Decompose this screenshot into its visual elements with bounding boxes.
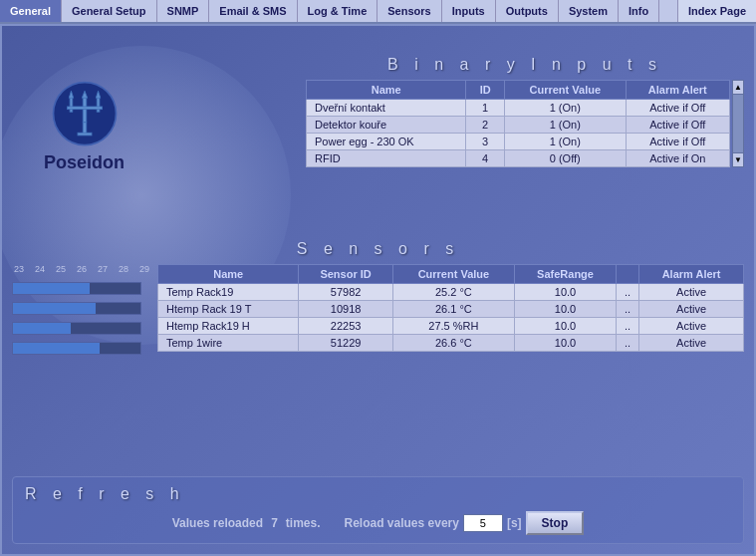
sensors-section: S e n s o r s 23242526272829 Name Sensor… bbox=[12, 240, 744, 359]
sensor-value: 26.6 °C bbox=[392, 335, 514, 352]
sensor-id: 57982 bbox=[299, 284, 392, 301]
bi-alarm: Active if Off bbox=[626, 134, 729, 150]
unit-label: [s] bbox=[507, 516, 522, 530]
sensor-id: 22253 bbox=[299, 318, 392, 335]
bottom-area: R e f r e s h Values reloaded 7 times. R… bbox=[12, 476, 744, 544]
gauge-bar-fill bbox=[13, 323, 71, 334]
bi-id: 1 bbox=[466, 100, 504, 117]
sensor-name: Htemp Rack19 H bbox=[158, 318, 299, 335]
binary-input-row: Dveřní kontakt 1 1 (On) Active if Off bbox=[307, 100, 730, 117]
interval-input[interactable] bbox=[463, 514, 503, 532]
sensor-value: 26.1 °C bbox=[392, 301, 514, 318]
bi-alarm: Active if On bbox=[626, 150, 729, 167]
binary-inputs-table-wrapper: Name ID Current Value Alarm Alert Dveřní… bbox=[306, 80, 744, 167]
bi-value: 1 (On) bbox=[504, 134, 626, 150]
scroll-up-arrow[interactable]: ▲ bbox=[733, 81, 743, 95]
tab-general[interactable]: General bbox=[0, 0, 62, 22]
bi-value: 1 (On) bbox=[504, 117, 626, 134]
gauge-number: 27 bbox=[98, 264, 108, 274]
col-id: ID bbox=[466, 81, 504, 100]
index-page-link[interactable]: Index Page bbox=[677, 0, 756, 22]
scroll-down-arrow[interactable]: ▼ bbox=[733, 152, 743, 166]
binary-input-row: Power egg - 230 OK 3 1 (On) Active if Of… bbox=[307, 134, 730, 150]
bi-id: 4 bbox=[466, 150, 504, 167]
tab-system[interactable]: System bbox=[559, 0, 619, 22]
gauge-number: 25 bbox=[56, 264, 66, 274]
bi-value: 0 (Off) bbox=[504, 150, 626, 167]
tab-log-time[interactable]: Log & Time bbox=[298, 0, 378, 22]
bi-id: 2 bbox=[466, 117, 504, 134]
gauge-bars bbox=[12, 279, 151, 359]
sensor-col-alarm: Alarm Alert bbox=[639, 265, 744, 284]
tab-inputs[interactable]: Inputs bbox=[442, 0, 496, 22]
tab-sensors[interactable]: Sensors bbox=[378, 0, 441, 22]
logo-area: Poseidon bbox=[12, 46, 156, 205]
sensor-row: Htemp Rack 19 T 10918 26.1 °C 10.0 .. Ac… bbox=[158, 301, 744, 318]
gauge-bar-container bbox=[12, 322, 141, 335]
bi-name: Detektor kouře bbox=[307, 117, 466, 134]
bi-value: 1 (On) bbox=[504, 100, 626, 117]
binary-table-scrollbar[interactable]: ▲ ▼ bbox=[732, 80, 744, 167]
sensors-table-area: Name Sensor ID Current Value SafeRange A… bbox=[157, 264, 744, 359]
sensors-table: Name Sensor ID Current Value SafeRange A… bbox=[157, 264, 744, 352]
bi-name: RFID bbox=[307, 150, 466, 167]
sensor-col-value: Current Value bbox=[392, 265, 514, 284]
gauge-numbers: 23242526272829 bbox=[12, 264, 151, 274]
bi-name: Power egg - 230 OK bbox=[307, 134, 466, 150]
gauge-bar-row bbox=[12, 319, 151, 337]
sensor-col-dots bbox=[617, 265, 639, 284]
sensors-layout: 23242526272829 Name Sensor ID Current Va… bbox=[12, 264, 744, 359]
sensor-safe-min: 10.0 bbox=[515, 335, 617, 352]
bi-alarm: Active if Off bbox=[626, 117, 729, 134]
binary-inputs-table: Name ID Current Value Alarm Alert Dveřní… bbox=[306, 80, 730, 167]
gauge-bar-fill bbox=[13, 303, 96, 314]
gauge-number: 28 bbox=[119, 264, 128, 274]
gauge-number: 24 bbox=[35, 264, 45, 274]
gauge-bar-container bbox=[12, 302, 141, 315]
tab-snmp[interactable]: SNMP bbox=[157, 0, 210, 22]
sensor-alarm: Active bbox=[639, 284, 744, 301]
svg-rect-7 bbox=[67, 107, 102, 110]
gauge-bar-fill bbox=[13, 283, 90, 294]
tab-general-setup[interactable]: General Setup bbox=[62, 0, 157, 22]
bi-alarm: Active if Off bbox=[626, 100, 729, 117]
bi-name: Dveřní kontakt bbox=[307, 100, 466, 117]
sensor-alarm: Active bbox=[639, 318, 744, 335]
sensor-safe-min: 10.0 bbox=[515, 318, 617, 335]
sensor-safe-min: 10.0 bbox=[515, 301, 617, 318]
sensor-id: 51229 bbox=[299, 335, 392, 352]
main-content: Poseidon B i n a r y I n p u t s Name ID… bbox=[0, 24, 756, 556]
tab-email-sms[interactable]: Email & SMS bbox=[209, 0, 297, 22]
refresh-title: R e f r e s h bbox=[25, 485, 731, 503]
gauge-bar-container bbox=[12, 282, 141, 295]
sensor-name: Htemp Rack 19 T bbox=[158, 301, 299, 318]
sensors-title: S e n s o r s bbox=[12, 240, 744, 258]
sensor-name: Temp 1wire bbox=[158, 335, 299, 352]
stop-button[interactable]: Stop bbox=[526, 511, 585, 535]
sensor-alarm: Active bbox=[639, 301, 744, 318]
times-label: times. bbox=[286, 516, 321, 530]
sensor-alarm: Active bbox=[639, 335, 744, 352]
tab-outputs[interactable]: Outputs bbox=[496, 0, 559, 22]
gauge-bar-row bbox=[12, 279, 151, 297]
logo-text: Poseidon bbox=[44, 152, 125, 173]
bi-id: 3 bbox=[466, 134, 504, 150]
col-current-value: Current Value bbox=[504, 81, 626, 100]
col-alarm-alert: Alarm Alert bbox=[626, 81, 729, 100]
reload-count: 7 bbox=[271, 516, 278, 530]
sensor-dots: .. bbox=[617, 284, 639, 301]
col-name: Name bbox=[307, 81, 466, 100]
sensor-dots: .. bbox=[617, 301, 639, 318]
gauge-bar-row bbox=[12, 299, 151, 317]
sensor-name: Temp Rack19 bbox=[158, 284, 299, 301]
gauge-area: 23242526272829 bbox=[12, 264, 151, 359]
sensor-row: Temp Rack19 57982 25.2 °C 10.0 .. Active bbox=[158, 284, 744, 301]
gauge-bar-container bbox=[12, 342, 141, 355]
gauge-number: 29 bbox=[139, 264, 149, 274]
binary-input-row: Detektor kouře 2 1 (On) Active if Off bbox=[307, 117, 730, 134]
sensor-row: Temp 1wire 51229 26.6 °C 10.0 .. Active bbox=[158, 335, 744, 352]
svg-rect-9 bbox=[78, 133, 92, 136]
refresh-panel: R e f r e s h Values reloaded 7 times. R… bbox=[12, 476, 744, 544]
tab-info[interactable]: Info bbox=[619, 0, 659, 22]
gauge-number: 23 bbox=[14, 264, 24, 274]
